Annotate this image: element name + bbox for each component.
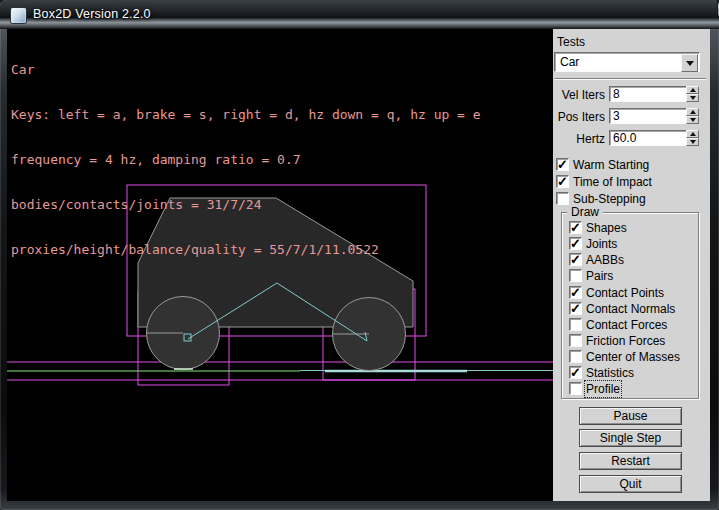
stats-line-bodies: bodies/contacts/joints = 31/7/24 (11, 197, 481, 212)
spinner-down-button[interactable] (686, 138, 699, 146)
statistics-checkbox[interactable] (569, 366, 582, 379)
pairs-checkbox[interactable] (569, 269, 582, 282)
hertz-input[interactable] (609, 130, 687, 146)
warm-starting-checkbox[interactable] (556, 158, 569, 171)
contact-normals-checkbox[interactable] (569, 302, 582, 315)
aabbs-row[interactable]: AABBs (562, 253, 698, 268)
warm-starting-label: Warm Starting (573, 158, 649, 172)
friction-forces-checkbox[interactable] (569, 334, 582, 347)
tests-selected-value: Car (560, 55, 579, 69)
spinner-up-button[interactable] (686, 86, 699, 94)
sub-stepping-checkbox[interactable] (556, 192, 569, 205)
spinner-down-button[interactable] (686, 94, 699, 102)
stats-overlay: Car Keys: left = a, brake = s, right = d… (11, 32, 481, 287)
spinner-up-icon (690, 132, 696, 136)
titlebar[interactable]: Box2D Version 2.2.0 ✕ (0, 0, 719, 29)
spinner-buttons (686, 130, 699, 146)
contact-points-row[interactable]: Contact Points (562, 286, 698, 301)
dropdown-arrow-icon (686, 61, 694, 66)
stats-line-proxies: proxies/height/balance/quality = 55/7/1/… (11, 242, 481, 257)
center-of-masses-row[interactable]: Center of Masses (562, 350, 698, 365)
app-icon (11, 8, 26, 23)
stats-line-test-name: Car (11, 62, 481, 77)
spinner-row: Vel Iters (553, 86, 710, 104)
tests-dropdown-button[interactable] (681, 54, 698, 72)
warm-starting-row[interactable]: Warm Starting (553, 158, 710, 173)
aabbs-checkbox[interactable] (569, 253, 582, 266)
vel-iters-label: Vel Iters (553, 88, 605, 102)
restart-button[interactable]: Restart (579, 452, 682, 470)
sub-stepping-label: Sub-Stepping (573, 192, 646, 206)
statistics-row[interactable]: Statistics (562, 366, 698, 381)
sub-stepping-row[interactable]: Sub-Stepping (553, 192, 710, 207)
time-of-impact-row[interactable]: Time of Impact (553, 175, 710, 190)
time-of-impact-label: Time of Impact (573, 175, 652, 189)
shapes-label: Shapes (586, 221, 627, 235)
tests-label: Tests (557, 35, 585, 49)
separator (555, 78, 706, 80)
spinner-down-icon (690, 140, 696, 144)
app-window: Box2D Version 2.2.0 ✕ (0, 0, 719, 510)
pairs-row[interactable]: Pairs (562, 269, 698, 284)
draw-group: Draw Shapes Joints AABBs Pairs Contact P… (561, 212, 699, 399)
center-of-masses-checkbox[interactable] (569, 350, 582, 363)
center-of-masses-label: Center of Masses (586, 350, 680, 364)
spinner-row: Hertz (553, 130, 710, 148)
hertz-label: Hertz (553, 132, 605, 146)
physics-canvas[interactable]: Car Keys: left = a, brake = s, right = d… (7, 29, 553, 501)
pause-button[interactable]: Pause (579, 407, 682, 425)
spinner-up-button[interactable] (686, 108, 699, 116)
contact-points-checkbox[interactable] (569, 286, 582, 299)
stats-line-frequency: frequency = 4 hz, damping ratio = 0.7 (11, 152, 481, 167)
spinner-row: Pos Iters (553, 108, 710, 126)
vel-iters-input[interactable] (609, 86, 687, 102)
friction-forces-row[interactable]: Friction Forces (562, 334, 698, 349)
aabbs-label: AABBs (586, 253, 624, 267)
contact-normals-label: Contact Normals (586, 302, 675, 316)
contact-forces-row[interactable]: Contact Forces (562, 318, 698, 333)
contact-normals-row[interactable]: Contact Normals (562, 302, 698, 317)
draw-group-title: Draw (567, 205, 603, 219)
shapes-checkbox[interactable] (569, 221, 582, 234)
control-panel: Tests Car Draw Shapes Joints AABBs Pairs… (553, 29, 710, 501)
statistics-label: Statistics (586, 366, 634, 380)
spinner-down-icon (690, 118, 696, 122)
single-step-button[interactable]: Single Step (579, 429, 682, 447)
time-of-impact-checkbox[interactable] (556, 175, 569, 188)
spinner-down-icon (690, 96, 696, 100)
profile-row[interactable]: Profile (562, 382, 698, 397)
contact-points-label: Contact Points (586, 286, 664, 300)
contact-forces-label: Contact Forces (586, 318, 667, 332)
spinner-up-button[interactable] (686, 130, 699, 138)
pos-iters-input[interactable] (609, 108, 687, 124)
spinner-down-button[interactable] (686, 116, 699, 124)
window-title: Box2D Version 2.2.0 (33, 7, 151, 21)
pos-iters-label: Pos Iters (553, 110, 605, 124)
joints-label: Joints (586, 237, 617, 251)
stats-line-keys: Keys: left = a, brake = s, right = d, hz… (11, 107, 481, 122)
shapes-row[interactable]: Shapes (562, 221, 698, 236)
spinner-up-icon (690, 110, 696, 114)
joints-checkbox[interactable] (569, 237, 582, 250)
spinner-buttons (686, 86, 699, 102)
quit-button[interactable]: Quit (579, 475, 682, 493)
joints-row[interactable]: Joints (562, 237, 698, 252)
profile-checkbox[interactable] (569, 382, 582, 395)
spinner-up-icon (690, 88, 696, 92)
profile-label: Profile (586, 382, 620, 396)
pairs-label: Pairs (586, 269, 613, 283)
spinner-buttons (686, 108, 699, 124)
friction-forces-label: Friction Forces (586, 334, 665, 348)
contact-forces-checkbox[interactable] (569, 318, 582, 331)
tests-dropdown[interactable]: Car (554, 52, 700, 72)
